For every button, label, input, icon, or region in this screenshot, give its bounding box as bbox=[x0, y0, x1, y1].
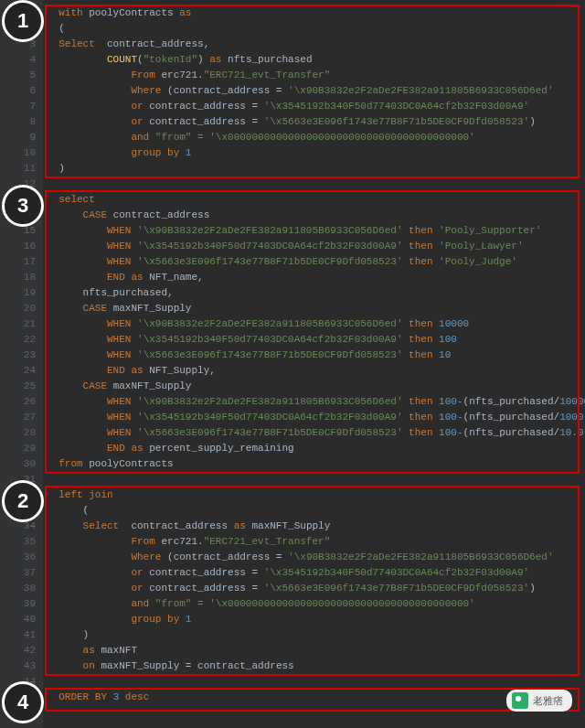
line-number: 5 bbox=[0, 68, 43, 83]
code-line: WHEN '\x5663e3E096f1743e77B8F71b5DE0CF9D… bbox=[47, 425, 585, 441]
code-line: Where (contract_address = '\x90B3832e2F2… bbox=[47, 550, 585, 565]
code-line: WHEN '\x5663e3E096f1743e77B8F71b5DE0CF9D… bbox=[47, 348, 585, 363]
line-number: 18 bbox=[0, 270, 43, 285]
wechat-icon bbox=[512, 692, 528, 709]
line-number: 30 bbox=[0, 456, 43, 472]
step-badge-4: 4 bbox=[2, 681, 44, 723]
code-line bbox=[47, 472, 585, 487]
code-line: CASE maxNFT_Supply bbox=[47, 301, 585, 316]
code-line: group by 1 bbox=[47, 612, 585, 627]
code-line: or contract_address = '\x5663e3E096f1743… bbox=[47, 581, 585, 596]
code-line: CASE contract_address bbox=[47, 208, 585, 223]
code-line: or contract_address = '\x3545192b340F50d… bbox=[47, 565, 585, 581]
code-line: CASE maxNFT_Supply bbox=[47, 379, 585, 394]
line-number: 21 bbox=[0, 316, 43, 332]
code-line: ( bbox=[47, 503, 585, 519]
code-line: ORDER BY 3 desc bbox=[47, 690, 585, 705]
code-line bbox=[47, 674, 585, 690]
code-line: Where (contract_address = '\x90B3832e2F2… bbox=[47, 83, 585, 99]
line-number: 42 bbox=[0, 643, 43, 658]
code-line: ) bbox=[47, 627, 585, 643]
step-badge-3: 3 bbox=[2, 185, 44, 227]
line-number: 41 bbox=[0, 627, 43, 643]
line-number: 7 bbox=[0, 99, 43, 114]
code-line: on maxNFT_Supply = contract_address bbox=[47, 658, 585, 674]
code-line: ) bbox=[47, 161, 585, 177]
code-editor: 1 2 3 4 5 6 7 8 9 10 11 12 13 14 15 16 1… bbox=[0, 0, 585, 728]
line-number: 26 bbox=[0, 394, 43, 410]
code-line: left join bbox=[47, 487, 585, 503]
line-number: 22 bbox=[0, 332, 43, 348]
code-line: WHEN '\x3545192b340F50d77403DC0A64cf2b32… bbox=[47, 239, 585, 254]
line-number: 24 bbox=[0, 363, 43, 379]
line-number: 23 bbox=[0, 348, 43, 363]
line-number: 16 bbox=[0, 239, 43, 254]
line-number: 4 bbox=[0, 52, 43, 68]
code-line: END as NFT_name, bbox=[47, 270, 585, 285]
code-line: or contract_address = '\x5663e3E096f1743… bbox=[47, 114, 585, 130]
code-line: WHEN '\x3545192b340F50d77403DC0A64cf2b32… bbox=[47, 410, 585, 425]
step-badge-2: 2 bbox=[2, 480, 44, 522]
code-line: or contract_address = '\x3545192b340F50d… bbox=[47, 99, 585, 114]
code-line: COUNT("tokenId") as nfts_purchased bbox=[47, 52, 585, 68]
code-line: with poolyContracts as bbox=[47, 5, 585, 21]
code-line: From erc721."ERC721_evt_Transfer" bbox=[47, 68, 585, 83]
watermark-label: 老雅痞 bbox=[533, 694, 563, 708]
code-line: WHEN '\x5663e3E096f1743e77B8F71b5DE0CF9D… bbox=[47, 254, 585, 270]
line-number: 17 bbox=[0, 254, 43, 270]
line-number: 43 bbox=[0, 658, 43, 674]
line-number: 10 bbox=[0, 145, 43, 161]
line-number: 25 bbox=[0, 379, 43, 394]
line-number: 36 bbox=[0, 550, 43, 565]
line-number: 39 bbox=[0, 596, 43, 612]
code-line: WHEN '\x90B3832e2F2aDe2FE382a911805B6933… bbox=[47, 394, 585, 410]
line-number: 28 bbox=[0, 425, 43, 441]
code-line: and "from" = '\x000000000000000000000000… bbox=[47, 130, 585, 145]
code-line: END as NFT_Supply, bbox=[47, 363, 585, 379]
code-line: as maxNFT bbox=[47, 643, 585, 658]
code-line: WHEN '\x90B3832e2F2aDe2FE382a911805B6933… bbox=[47, 316, 585, 332]
line-number: 8 bbox=[0, 114, 43, 130]
line-number: 40 bbox=[0, 612, 43, 627]
code-line: from poolyContracts bbox=[47, 456, 585, 472]
code-line bbox=[47, 177, 585, 192]
code-line: From erc721."ERC721_evt_Transfer" bbox=[47, 534, 585, 550]
code-line: nfts_purchased, bbox=[47, 285, 585, 301]
code-line: ( bbox=[47, 21, 585, 37]
step-badge-1: 1 bbox=[2, 0, 44, 42]
code-area[interactable]: with poolyContracts as ( Select contract… bbox=[43, 0, 585, 728]
wechat-watermark: 老雅痞 bbox=[506, 690, 572, 712]
line-number: 19 bbox=[0, 285, 43, 301]
line-number: 29 bbox=[0, 441, 43, 456]
line-number: 38 bbox=[0, 581, 43, 596]
line-number: 27 bbox=[0, 410, 43, 425]
line-number: 37 bbox=[0, 565, 43, 581]
code-line: Select contract_address as maxNFT_Supply bbox=[47, 519, 585, 534]
code-line: select bbox=[47, 192, 585, 208]
code-line: WHEN '\x3545192b340F50d77403DC0A64cf2b32… bbox=[47, 332, 585, 348]
line-number: 6 bbox=[0, 83, 43, 99]
code-line: and "from" = '\x000000000000000000000000… bbox=[47, 596, 585, 612]
code-line: group by 1 bbox=[47, 145, 585, 161]
line-number-gutter: 1 2 3 4 5 6 7 8 9 10 11 12 13 14 15 16 1… bbox=[0, 0, 43, 728]
code-line: Select contract_address, bbox=[47, 37, 585, 52]
line-number: 11 bbox=[0, 161, 43, 177]
code-line: WHEN '\x90B3832e2F2aDe2FE382a911805B6933… bbox=[47, 223, 585, 239]
line-number: 9 bbox=[0, 130, 43, 145]
line-number: 20 bbox=[0, 301, 43, 316]
code-line: END as percent_supply_remaining bbox=[47, 441, 585, 456]
line-number: 35 bbox=[0, 534, 43, 550]
